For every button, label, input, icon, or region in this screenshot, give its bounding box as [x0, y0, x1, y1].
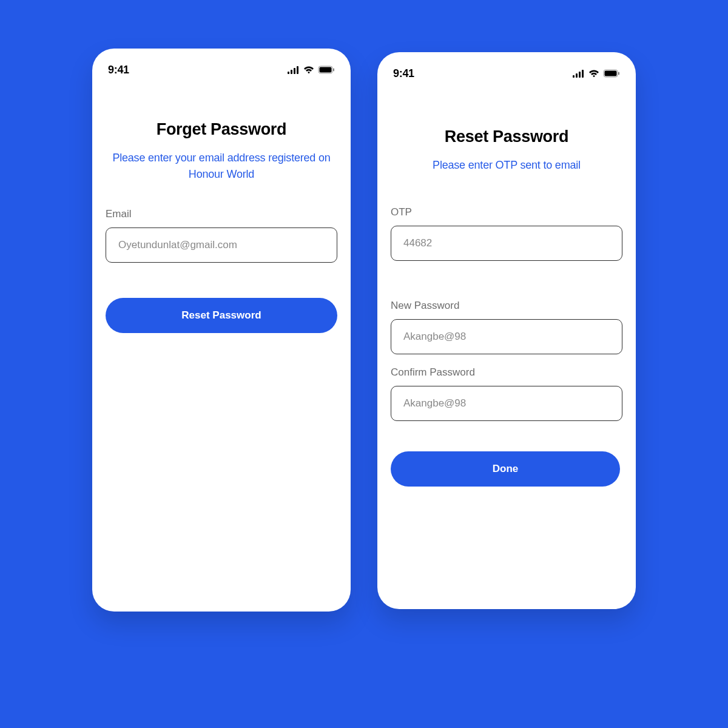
wifi-icon [303, 66, 314, 74]
svg-rect-1 [291, 70, 292, 74]
status-icons [288, 66, 335, 74]
phone-reset-password: 9:41 Reset Password Please enter OTP sen… [377, 52, 636, 609]
forget-password-content: Forget Password Please enter your email … [106, 120, 337, 333]
svg-rect-3 [297, 66, 298, 74]
status-time: 9:41 [108, 64, 129, 76]
new-password-input[interactable] [391, 319, 622, 354]
otp-input[interactable] [391, 226, 622, 261]
wifi-icon [588, 69, 599, 78]
phone-forget-password: 9:41 Forget Password Please enter your e… [92, 49, 351, 612]
email-label: Email [106, 208, 337, 220]
reset-password-content: Reset Password Please enter OTP sent to … [391, 127, 622, 487]
status-icons [573, 69, 620, 78]
email-input[interactable] [106, 228, 337, 263]
page-subtitle: Please enter OTP sent to email [391, 157, 622, 174]
svg-rect-6 [333, 69, 334, 72]
page-title: Reset Password [391, 127, 622, 146]
svg-rect-9 [579, 72, 581, 78]
battery-icon [318, 66, 335, 74]
otp-block: OTP [391, 206, 622, 261]
svg-rect-2 [294, 68, 295, 74]
status-bar: 9:41 [106, 62, 337, 76]
svg-rect-7 [573, 75, 575, 78]
page-subtitle: Please enter your email address register… [106, 150, 337, 183]
otp-field-group: OTP New Password Confirm Password [391, 206, 622, 421]
status-bar: 9:41 [391, 66, 622, 80]
otp-label: OTP [391, 206, 622, 218]
new-password-label: New Password [391, 300, 622, 312]
status-time: 9:41 [393, 67, 414, 80]
confirm-password-block: Confirm Password [391, 366, 622, 421]
new-password-block: New Password [391, 300, 622, 354]
svg-rect-0 [288, 72, 289, 74]
svg-rect-5 [320, 67, 332, 73]
page-title: Forget Password [106, 120, 337, 139]
signal-icon [288, 66, 300, 74]
svg-rect-10 [582, 70, 584, 78]
reset-password-button[interactable]: Reset Password [106, 298, 337, 333]
svg-rect-8 [576, 73, 578, 78]
confirm-password-input[interactable] [391, 386, 622, 421]
battery-icon [603, 69, 620, 78]
confirm-password-label: Confirm Password [391, 366, 622, 379]
svg-rect-12 [605, 71, 617, 76]
signal-icon [573, 69, 585, 78]
email-field-group: Email [106, 208, 337, 263]
svg-rect-13 [618, 72, 619, 75]
done-button[interactable]: Done [391, 451, 620, 487]
